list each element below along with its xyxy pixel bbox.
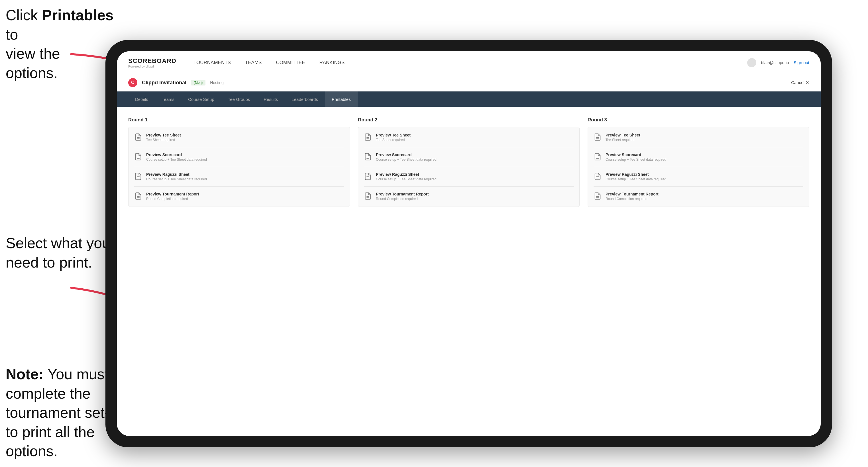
r2-raguzzi[interactable]: Preview Raguzzi Sheet Course setup + Tee… [364, 172, 574, 181]
r1-tournament-report[interactable]: Preview Tournament Report Round Completi… [134, 192, 344, 201]
r1-rg-label: Preview Raguzzi Sheet [146, 172, 207, 177]
nav-teams[interactable]: TEAMS [245, 59, 262, 67]
tournament-info: C Clippd Invitational (Men) Hosting [128, 78, 224, 87]
tourney-division: (Men) [191, 80, 206, 86]
r2-tee-text: Preview Tee Sheet Tee Sheet required [376, 133, 411, 142]
tab-teams[interactable]: Teams [155, 91, 181, 107]
r1-tr-sub: Round Completion required [146, 197, 199, 201]
rounds-grid: Round 1 Preview Tee Sheet Tee Sheet requ… [128, 117, 809, 207]
r2-tr-label: Preview Tournament Report [376, 192, 429, 196]
user-email: blair@clippd.io [761, 60, 789, 65]
round-2-column: Round 2 Preview Tee Sheet Tee Sheet requ… [358, 117, 580, 207]
r3-raguzzi[interactable]: Preview Raguzzi Sheet Course setup + Tee… [594, 172, 803, 181]
tab-printables[interactable]: Printables [325, 91, 358, 107]
tab-details[interactable]: Details [128, 91, 155, 107]
r3-tr-sub: Round Completion required [606, 197, 658, 201]
annotation-top: Click Printables toview the options. [6, 6, 114, 83]
r3-tee-sub: Tee Sheet required [606, 138, 640, 142]
nav-rankings[interactable]: RANKINGS [319, 59, 344, 67]
r3-rg-label: Preview Raguzzi Sheet [606, 172, 666, 177]
tourney-logo: C [128, 78, 137, 87]
nav-committee[interactable]: COMMITTEE [276, 59, 305, 67]
r2-sc-label: Preview Scorecard [376, 152, 437, 157]
r2-sc-text: Preview Scorecard Course setup + Tee She… [376, 152, 437, 161]
round-1-card: Preview Tee Sheet Tee Sheet required Pre… [128, 127, 350, 207]
divider [134, 147, 344, 147]
r2-sc-sub: Course setup + Tee Sheet data required [376, 158, 437, 161]
divider [134, 186, 344, 187]
r3-tee-text: Preview Tee Sheet Tee Sheet required [606, 133, 640, 142]
nav-links: TOURNAMENTS TEAMS COMMITTEE RANKINGS [193, 59, 747, 67]
round-3-title: Round 3 [588, 117, 809, 123]
document-icon [594, 173, 601, 180]
tablet-frame: SCOREBOARD Powered by clippd TOURNAMENTS… [105, 40, 832, 447]
tab-course-setup[interactable]: Course Setup [181, 91, 221, 107]
r1-tee-sheet[interactable]: Preview Tee Sheet Tee Sheet required [134, 133, 344, 142]
document-icon [594, 192, 601, 200]
divider [594, 147, 803, 147]
r3-tr-text: Preview Tournament Report Round Completi… [606, 192, 658, 201]
cancel-button[interactable]: Cancel ✕ [791, 80, 809, 85]
document-icon [134, 192, 142, 200]
r1-tee-sheet-text: Preview Tee Sheet Tee Sheet required [146, 133, 181, 142]
r2-tee-sheet[interactable]: Preview Tee Sheet Tee Sheet required [364, 133, 574, 142]
r1-tee-label: Preview Tee Sheet [146, 133, 181, 137]
document-icon [594, 153, 601, 161]
r2-rg-text: Preview Raguzzi Sheet Course setup + Tee… [376, 172, 437, 181]
nav-tournaments[interactable]: TOURNAMENTS [193, 59, 231, 67]
r1-sc-label: Preview Scorecard [146, 152, 207, 157]
r1-raguzzi[interactable]: Preview Raguzzi Sheet Course setup + Tee… [134, 172, 344, 181]
tablet-screen: SCOREBOARD Powered by clippd TOURNAMENTS… [117, 51, 821, 436]
main-content: Round 1 Preview Tee Sheet Tee Sheet requ… [117, 107, 821, 436]
document-icon [594, 133, 601, 141]
sign-out-link[interactable]: Sign out [794, 60, 809, 65]
r2-tee-label: Preview Tee Sheet [376, 133, 411, 137]
scoreboard-logo: SCOREBOARD Powered by clippd [128, 57, 176, 68]
tab-results[interactable]: Results [257, 91, 285, 107]
round-2-title: Round 2 [358, 117, 580, 123]
tab-leaderboards[interactable]: Leaderboards [285, 91, 325, 107]
document-icon [134, 153, 142, 161]
divider [594, 167, 803, 167]
r2-tee-sub: Tee Sheet required [376, 138, 411, 142]
r1-rg-sub: Course setup + Tee Sheet data required [146, 177, 207, 181]
nav-right: blair@clippd.io Sign out [747, 58, 809, 67]
round-1-column: Round 1 Preview Tee Sheet Tee Sheet requ… [128, 117, 350, 207]
round-3-column: Round 3 Preview Tee Sheet Tee Sheet requ… [588, 117, 809, 207]
annotation-middle: Select what youneed to print. [6, 234, 110, 272]
r1-scorecard[interactable]: Preview Scorecard Course setup + Tee She… [134, 152, 344, 161]
r2-tr-text: Preview Tournament Report Round Completi… [376, 192, 429, 201]
r3-rg-sub: Course setup + Tee Sheet data required [606, 177, 666, 181]
top-nav: SCOREBOARD Powered by clippd TOURNAMENTS… [117, 51, 821, 74]
logo-title: SCOREBOARD [128, 57, 176, 65]
r2-tournament-report[interactable]: Preview Tournament Report Round Completi… [364, 192, 574, 201]
r3-tr-label: Preview Tournament Report [606, 192, 658, 196]
round-2-card: Preview Tee Sheet Tee Sheet required Pre… [358, 127, 580, 207]
document-icon [364, 173, 372, 180]
divider [134, 167, 344, 167]
round-1-title: Round 1 [128, 117, 350, 123]
r3-tournament-report[interactable]: Preview Tournament Report Round Completi… [594, 192, 803, 201]
note-bold: Note: [6, 366, 43, 382]
r1-tr-label: Preview Tournament Report [146, 192, 199, 196]
tab-tee-groups[interactable]: Tee Groups [221, 91, 257, 107]
r1-raguzzi-text: Preview Raguzzi Sheet Course setup + Tee… [146, 172, 207, 181]
r1-sc-sub: Course setup + Tee Sheet data required [146, 158, 207, 161]
r1-scorecard-text: Preview Scorecard Course setup + Tee She… [146, 152, 207, 161]
document-icon [134, 133, 142, 141]
tourney-status: Hosting [210, 80, 223, 85]
r3-tee-sheet[interactable]: Preview Tee Sheet Tee Sheet required [594, 133, 803, 142]
r2-rg-sub: Course setup + Tee Sheet data required [376, 177, 437, 181]
r1-tee-sub: Tee Sheet required [146, 138, 181, 142]
r2-rg-label: Preview Raguzzi Sheet [376, 172, 437, 177]
r3-sc-sub: Course setup + Tee Sheet data required [606, 158, 666, 161]
document-icon [364, 192, 372, 200]
divider [594, 186, 803, 187]
avatar [747, 58, 756, 67]
round-3-card: Preview Tee Sheet Tee Sheet required Pre… [588, 127, 809, 207]
r3-scorecard[interactable]: Preview Scorecard Course setup + Tee She… [594, 152, 803, 161]
r2-scorecard[interactable]: Preview Scorecard Course setup + Tee She… [364, 152, 574, 161]
logo-subtitle: Powered by clippd [128, 65, 176, 68]
r2-tr-sub: Round Completion required [376, 197, 429, 201]
divider [364, 147, 574, 147]
